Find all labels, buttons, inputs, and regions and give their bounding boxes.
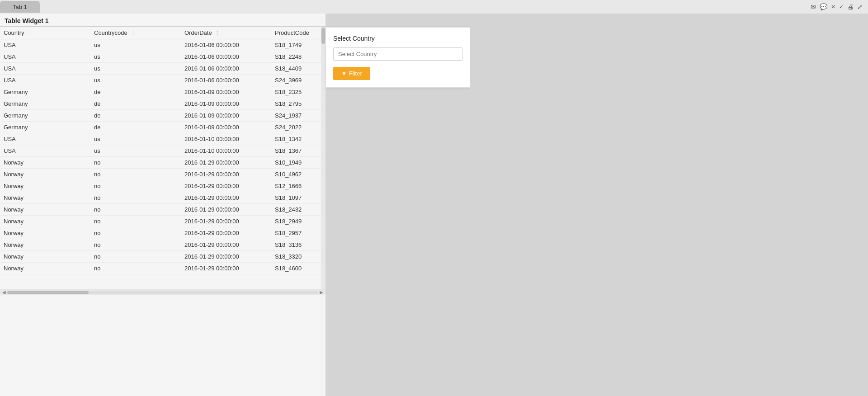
expand-icon[interactable]: ⤢ [857, 3, 863, 10]
cell-countrycode: no [90, 227, 181, 239]
table-row: USA us 2016-01-06 00:00:00 S18_4409 [0, 63, 326, 75]
cell-productcode: S10_4962 [271, 169, 326, 180]
col-orderdate-label: OrderDate [184, 29, 212, 36]
cell-orderdate: 2016-01-09 00:00:00 [181, 122, 271, 133]
main-area: Table Widget 1 Country ⋮ Countrycode ⋮ [0, 14, 326, 396]
cell-country: Norway [0, 227, 90, 239]
cell-orderdate: 2016-01-09 00:00:00 [181, 86, 271, 98]
tab-area: Tab 1 [0, 1, 40, 13]
cell-orderdate: 2016-01-10 00:00:00 [181, 145, 271, 157]
cell-country: Norway [0, 169, 90, 180]
cell-productcode: S18_2325 [271, 86, 326, 98]
cell-country: Norway [0, 192, 90, 204]
cell-productcode: S18_2949 [271, 216, 326, 227]
cell-productcode: S18_2432 [271, 204, 326, 216]
col-country-label: Country [4, 29, 24, 36]
cell-countrycode: no [90, 239, 181, 251]
cell-countrycode: no [90, 251, 181, 263]
cell-country: USA [0, 51, 90, 63]
table-row: Germany de 2016-01-09 00:00:00 S24_2022 [0, 122, 326, 133]
print-icon[interactable]: 🖨 [847, 3, 854, 10]
vscrollbar[interactable] [321, 27, 326, 289]
cell-productcode: S18_1367 [271, 145, 326, 157]
cell-countrycode: no [90, 216, 181, 227]
cell-productcode: S18_4600 [271, 263, 326, 274]
hscroll-right-arrow[interactable]: ▶ [318, 290, 325, 295]
col-country-menu-icon[interactable]: ⋮ [28, 30, 33, 36]
cell-country: Norway [0, 251, 90, 263]
cell-countrycode: de [90, 86, 181, 98]
cell-country: Norway [0, 239, 90, 251]
col-orderdate-menu-icon[interactable]: ⋮ [215, 30, 220, 36]
table-row: Norway no 2016-01-29 00:00:00 S18_3320 [0, 251, 326, 263]
tab-1[interactable]: Tab 1 [0, 1, 40, 13]
cell-country: Germany [0, 122, 90, 133]
cell-productcode: S12_1666 [271, 180, 326, 192]
cell-orderdate: 2016-01-29 00:00:00 [181, 216, 271, 227]
check-icon[interactable]: ✓ [839, 4, 844, 10]
cell-productcode: S18_2248 [271, 51, 326, 63]
filter-button[interactable]: ▼ Filter [333, 67, 370, 80]
filter-funnel-icon: ▼ [341, 71, 347, 77]
table-row: USA us 2016-01-10 00:00:00 S18_1342 [0, 133, 326, 145]
col-country: Country ⋮ [0, 27, 90, 39]
vscroll-thumb [321, 28, 325, 44]
cell-productcode: S10_1949 [271, 157, 326, 169]
cell-orderdate: 2016-01-29 00:00:00 [181, 204, 271, 216]
cell-countrycode: us [90, 133, 181, 145]
cell-countrycode: de [90, 122, 181, 133]
cell-productcode: S24_1937 [271, 110, 326, 122]
cell-countrycode: us [90, 63, 181, 75]
cell-countrycode: us [90, 51, 181, 63]
hscroll-bar: ◀ ▶ [0, 289, 326, 295]
cell-countrycode: no [90, 169, 181, 180]
table-row: Norway no 2016-01-29 00:00:00 S18_1097 [0, 192, 326, 204]
cell-country: USA [0, 145, 90, 157]
cell-countrycode: no [90, 180, 181, 192]
col-countrycode-label: Countrycode [94, 29, 127, 36]
cell-orderdate: 2016-01-29 00:00:00 [181, 263, 271, 274]
cell-countrycode: no [90, 204, 181, 216]
cell-country: USA [0, 39, 90, 51]
filter-panel: Select Country ▼ Filter [326, 27, 470, 88]
cell-countrycode: de [90, 98, 181, 110]
table-scroll[interactable]: Country ⋮ Countrycode ⋮ OrderDate ⋮ [0, 27, 326, 289]
table-row: Germany de 2016-01-09 00:00:00 S24_1937 [0, 110, 326, 122]
cell-productcode: S18_1749 [271, 39, 326, 51]
cell-countrycode: de [90, 110, 181, 122]
cell-country: USA [0, 133, 90, 145]
hscroll-left-arrow[interactable]: ◀ [1, 290, 7, 295]
cell-countrycode: us [90, 75, 181, 86]
cell-orderdate: 2016-01-06 00:00:00 [181, 51, 271, 63]
cell-productcode: S18_4409 [271, 63, 326, 75]
top-bar: Tab 1 ✉ 💬 ✕ ✓ 🖨 ⤢ [0, 0, 868, 14]
filter-panel-title: Select Country [333, 35, 462, 42]
table-row: Norway no 2016-01-29 00:00:00 S18_4600 [0, 263, 326, 274]
cell-orderdate: 2016-01-29 00:00:00 [181, 157, 271, 169]
cell-country: USA [0, 75, 90, 86]
cancel-icon[interactable]: ✕ [831, 4, 835, 10]
country-select-input[interactable] [333, 47, 462, 61]
table-body: USA us 2016-01-06 00:00:00 S18_1749 USA … [0, 39, 326, 274]
tab-1-label: Tab 1 [13, 4, 27, 10]
cell-countrycode: no [90, 192, 181, 204]
table-header-row: Country ⋮ Countrycode ⋮ OrderDate ⋮ [0, 27, 326, 39]
cell-orderdate: 2016-01-09 00:00:00 [181, 98, 271, 110]
table-row: Norway no 2016-01-29 00:00:00 S18_2432 [0, 204, 326, 216]
col-productcode-label: ProductCode [275, 29, 309, 36]
cell-country: USA [0, 63, 90, 75]
cell-orderdate: 2016-01-10 00:00:00 [181, 133, 271, 145]
hscroll-track[interactable] [7, 291, 318, 294]
table-row: Norway no 2016-01-29 00:00:00 S18_2949 [0, 216, 326, 227]
filter-button-label: Filter [349, 70, 362, 77]
cell-orderdate: 2016-01-29 00:00:00 [181, 192, 271, 204]
cell-orderdate: 2016-01-06 00:00:00 [181, 75, 271, 86]
data-table: Country ⋮ Countrycode ⋮ OrderDate ⋮ [0, 27, 326, 274]
table-container: Country ⋮ Countrycode ⋮ OrderDate ⋮ [0, 26, 326, 396]
chat-icon[interactable]: 💬 [820, 3, 827, 10]
cell-orderdate: 2016-01-29 00:00:00 [181, 227, 271, 239]
cell-country: Norway [0, 157, 90, 169]
email-icon[interactable]: ✉ [811, 3, 816, 10]
col-countrycode-menu-icon[interactable]: ⋮ [131, 30, 136, 36]
cell-productcode: S18_3136 [271, 239, 326, 251]
